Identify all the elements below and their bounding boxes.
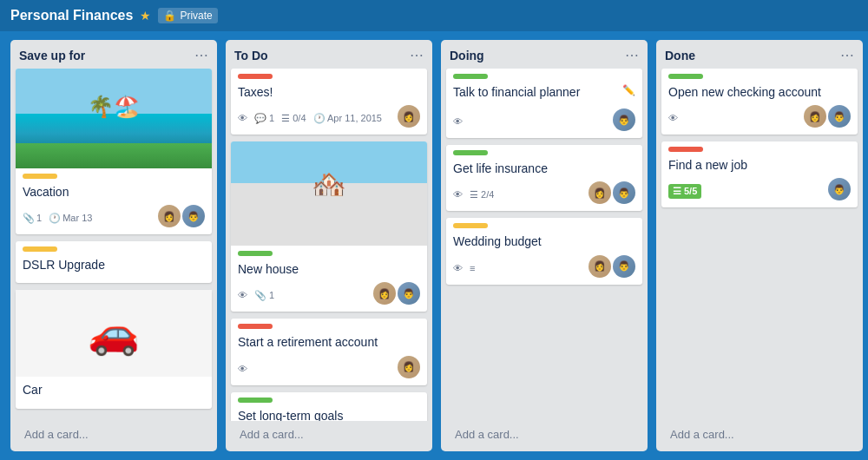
card-title: Vacation: [23, 184, 205, 200]
card-title: New house: [238, 261, 420, 277]
card-title: Set long-term goals: [238, 408, 420, 421]
checklist-meta: ☰ 0/4: [281, 113, 306, 124]
avatar-m: 👨: [182, 205, 205, 227]
card-vacation[interactable]: Vacation 📎 1 🕐 Mar 13 👩 👨: [16, 69, 212, 234]
avatar-m: 👨: [828, 105, 851, 128]
column-to-do: To Do ⋯ Taxes! 👁 💬 1 ☰ 0/4 🕐 Apr 11, 201…: [226, 40, 432, 451]
avatar-m: 👨: [613, 181, 635, 204]
add-card-save[interactable]: Add a card...: [16, 423, 212, 446]
board-title: Personal Finances: [10, 8, 133, 23]
column-title-save: Save up for: [19, 49, 85, 62]
column-menu-done[interactable]: ⋯: [840, 47, 854, 63]
comment-meta: 💬 1: [254, 113, 274, 124]
avatar-f: 👩: [398, 356, 420, 378]
avatar-f: 👩: [398, 105, 420, 128]
column-menu-save[interactable]: ⋯: [194, 47, 208, 63]
paperclip-meta: 📎 1: [23, 213, 42, 224]
column-done: Done ⋯ Open new checking account 👁 👩 👨: [656, 40, 863, 451]
card-title: Start a retirement account: [238, 334, 420, 350]
card-checking-account[interactable]: Open new checking account 👁 👩 👨: [661, 69, 858, 135]
eye-meta: 👁: [238, 290, 247, 300]
column-save-up-for: Save up for ⋯ Vacation 📎 1 🕐 Mar 13 �: [10, 40, 217, 451]
privacy-label: Private: [180, 10, 212, 22]
card-retirement[interactable]: Start a retirement account 👁 👩: [231, 319, 427, 384]
card-longterm[interactable]: Set long-term goals 👩: [231, 392, 427, 421]
card-new-house[interactable]: New house 👁 📎 1 👩 👨: [231, 141, 427, 312]
header: Personal Finances ★ 🔒 Private: [0, 0, 868, 31]
add-card-todo[interactable]: Add a card...: [231, 423, 427, 446]
eye-meta: 👁: [453, 116, 463, 127]
avatar-f: 👩: [373, 282, 396, 305]
lines-meta: ≡: [470, 263, 475, 273]
avatar-f: 👩: [158, 205, 181, 227]
column-doing: Doing ⋯ Talk to financial planner ✏️ 👁: [441, 40, 648, 451]
card-title: Talk to financial planner: [453, 84, 619, 100]
avatar-m: 👨: [828, 178, 851, 200]
clock-meta: 🕐 Mar 13: [49, 213, 92, 224]
column-menu-todo[interactable]: ⋯: [410, 47, 424, 63]
avatar-m: 👨: [613, 255, 635, 278]
add-card-doing[interactable]: Add a card...: [446, 423, 642, 446]
column-menu-doing[interactable]: ⋯: [625, 47, 639, 63]
avatar-m: 👨: [398, 282, 420, 305]
card-new-job[interactable]: Find a new job ☰ 5/5 👨: [661, 141, 858, 207]
privacy-badge: 🔒 Private: [158, 8, 217, 23]
add-card-done[interactable]: Add a card...: [661, 423, 858, 446]
avatar-f: 👩: [589, 255, 611, 278]
card-title: DSLR Upgrade: [23, 257, 205, 273]
eye-meta: 👁: [238, 364, 247, 374]
card-life-insurance[interactable]: Get life insurance 👁 ☰ 2/4 👩 👨: [446, 145, 642, 211]
card-title: Taxes!: [238, 84, 420, 100]
card-taxes[interactable]: Taxes! 👁 💬 1 ☰ 0/4 🕐 Apr 11, 2015 👩: [231, 69, 427, 135]
eye-meta: 👁: [668, 113, 678, 123]
card-title: Find a new job: [668, 157, 851, 173]
eye-meta: 👁: [453, 263, 463, 273]
column-title-todo: To Do: [234, 49, 268, 62]
avatar-f: 👩: [804, 105, 826, 128]
avatar-f: 👩: [589, 181, 611, 204]
star-icon[interactable]: ★: [140, 9, 151, 23]
eye-meta: 👁: [238, 113, 247, 123]
card-title: Get life insurance: [453, 161, 635, 176]
card-financial-planner[interactable]: Talk to financial planner ✏️ 👁 👨: [446, 69, 642, 138]
column-title-doing: Doing: [450, 49, 484, 62]
badge-55: ☰ 5/5: [668, 184, 701, 199]
card-wedding-budget[interactable]: Wedding budget 👁 ≡ 👩 👨: [446, 218, 642, 284]
card-car[interactable]: 🚗 Car: [16, 290, 212, 408]
paperclip-meta: 📎 1: [254, 290, 274, 301]
checklist-meta: ☰ 2/4: [470, 189, 494, 200]
card-title: Open new checking account: [668, 84, 851, 100]
clock-meta: 🕐 Apr 11, 2015: [313, 113, 382, 124]
card-title: Car: [23, 382, 205, 398]
edit-icon[interactable]: ✏️: [622, 84, 635, 96]
eye-meta: 👁: [453, 189, 463, 200]
lock-icon: 🔒: [163, 10, 176, 22]
board: Save up for ⋯ Vacation 📎 1 🕐 Mar 13 �: [0, 31, 868, 460]
avatar-m: 👨: [613, 108, 635, 131]
column-title-done: Done: [665, 49, 695, 62]
card-title: Wedding budget: [453, 233, 635, 249]
card-dslr[interactable]: DSLR Upgrade: [16, 241, 212, 283]
